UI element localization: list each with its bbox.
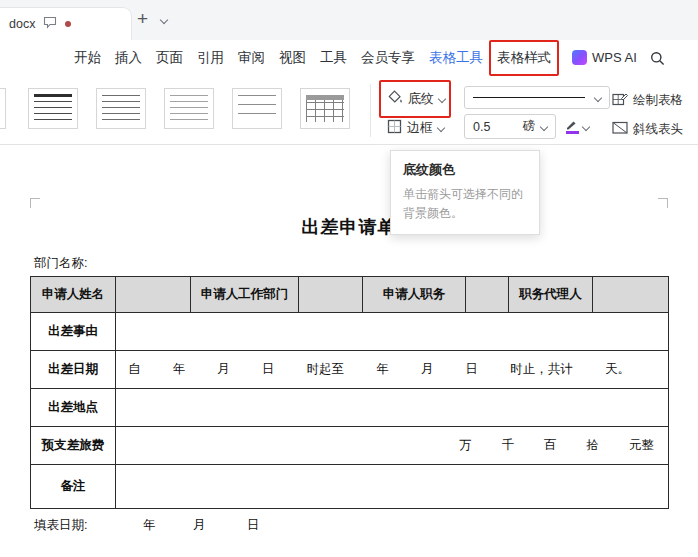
document-tab-title: docx	[9, 17, 35, 31]
line-color-swatch	[566, 131, 579, 134]
document-canvas[interactable]: 出差申请单 部门名称: 申请人姓名 申请人工作部门 申请人职务 职务代理人	[0, 145, 698, 557]
header-cell-applicant-name[interactable]: 申请人姓名	[31, 277, 116, 313]
row-label-expense: 预支差旅费	[31, 427, 116, 465]
line-color-button[interactable]	[566, 115, 589, 139]
shading-chevron-icon	[438, 95, 446, 103]
table-style-pattern	[34, 95, 72, 122]
comment-icon	[43, 16, 57, 32]
draw-table-label: 绘制表格	[633, 92, 683, 109]
table-style-pattern	[102, 95, 140, 122]
border-icon	[387, 119, 402, 137]
input-cell-reason[interactable]	[116, 313, 669, 351]
row-label-reason: 出差事由	[31, 313, 116, 351]
table-style-preset-1[interactable]	[28, 88, 78, 129]
form-text: 万	[459, 437, 472, 454]
form-text: 日	[247, 518, 260, 532]
input-cell[interactable]	[466, 277, 509, 313]
line-style-dropdown[interactable]	[464, 86, 610, 109]
tooltip-title: 底纹颜色	[403, 161, 527, 179]
table-style-pattern	[306, 95, 344, 122]
wps-ai-label: WPS AI	[592, 50, 637, 65]
menu-item-table-tools[interactable]: 表格工具	[429, 49, 483, 67]
form-text: 年	[376, 361, 389, 378]
form-text: 月	[193, 518, 206, 532]
diagonal-header-button[interactable]: 斜线表头	[612, 117, 683, 141]
menu-item-insert[interactable]: 插入	[115, 49, 142, 67]
shading-tooltip: 底纹颜色 单击箭头可选择不同的背景颜色。	[390, 150, 540, 235]
document-title: 出差申请单	[0, 215, 698, 239]
input-cell-remarks[interactable]	[116, 465, 669, 509]
search-button[interactable]	[650, 51, 665, 69]
form-text: 天。	[605, 361, 630, 378]
header-cell-deputy[interactable]: 职务代理人	[509, 277, 593, 313]
row-label-location: 出差地点	[31, 389, 116, 427]
table-row-location: 出差地点	[31, 389, 669, 427]
expense-tokens: 万 千 百 拾 元整	[118, 437, 666, 454]
row-label-remarks: 备注	[31, 465, 116, 509]
border-chevron-icon	[437, 124, 445, 132]
table-style-preset-4[interactable]	[232, 88, 282, 129]
diagonal-header-label: 斜线表头	[633, 121, 683, 138]
toolbar-separator	[370, 84, 371, 137]
form-text: 时起至	[307, 361, 345, 378]
header-cell-department[interactable]: 申请人工作部门	[191, 277, 299, 313]
form-text: 百	[544, 437, 557, 454]
table-style-preset-2[interactable]	[96, 88, 146, 129]
menu-item-view[interactable]: 视图	[279, 49, 306, 67]
line-color-pen-icon	[566, 120, 579, 134]
input-cell-date[interactable]: 自 年 月 日 时起至 年 月 日 时止，共计 天。	[116, 351, 669, 389]
fill-date-label: 填表日期:	[34, 518, 87, 532]
tab-list-chevron-icon[interactable]	[160, 16, 168, 24]
line-color-chevron-icon	[582, 123, 590, 131]
wps-ai-icon	[572, 50, 587, 65]
table-style-preset-5[interactable]	[300, 88, 350, 129]
table-style-preset-3[interactable]	[164, 88, 214, 129]
menu-item-reference[interactable]: 引用	[197, 49, 224, 67]
shading-icon	[387, 90, 403, 108]
form-text: 时止，共计	[510, 361, 573, 378]
line-style-sample-icon	[473, 97, 585, 98]
form-text: 日	[262, 361, 275, 378]
input-cell-expense[interactable]: 万 千 百 拾 元整	[116, 427, 669, 465]
form-text: 月	[217, 361, 230, 378]
line-style-chevron-icon	[594, 93, 602, 101]
border-label: 边框	[407, 119, 433, 137]
draw-table-button[interactable]: 绘制表格	[612, 88, 683, 112]
input-cell-location[interactable]	[116, 389, 669, 427]
menu-bar: 开始 插入 页面 引用 审阅 视图 工具 会员专享 表格工具 表格样式 WPS …	[0, 40, 698, 76]
trip-form-table: 申请人姓名 申请人工作部门 申请人职务 职务代理人 出差事由 出差日期	[30, 276, 669, 509]
line-weight-dropdown[interactable]: 0.5 磅	[464, 114, 556, 139]
form-text: 元整	[629, 437, 654, 454]
table-style-preset-0[interactable]	[0, 88, 6, 129]
form-text: 自	[128, 361, 141, 378]
ribbon-toolbar: 底纹 边框 0.5 磅	[0, 76, 698, 145]
form-text: 拾	[587, 437, 600, 454]
menu-item-member[interactable]: 会员专享	[361, 49, 415, 67]
menu-item-start[interactable]: 开始	[74, 49, 101, 67]
menu-item-review[interactable]: 审阅	[238, 49, 265, 67]
department-label: 部门名称:	[34, 255, 87, 272]
input-cell[interactable]	[593, 277, 669, 313]
menu-item-table-style[interactable]: 表格样式	[497, 49, 551, 67]
input-cell[interactable]	[116, 277, 191, 313]
margin-mark-left-icon	[30, 198, 40, 208]
table-style-pattern	[170, 95, 208, 122]
border-button[interactable]: 边框	[387, 116, 444, 140]
shading-button[interactable]: 底纹	[387, 87, 445, 111]
table-style-pattern	[238, 95, 276, 122]
unsaved-dot-icon	[65, 21, 71, 27]
menu-item-wps-ai[interactable]: WPS AI	[572, 50, 637, 65]
tab-bar: docx +	[0, 0, 698, 40]
input-cell[interactable]	[299, 277, 363, 313]
menu-item-tools[interactable]: 工具	[320, 49, 347, 67]
menu-item-page[interactable]: 页面	[156, 49, 183, 67]
form-text: 日	[466, 361, 479, 378]
new-tab-button[interactable]: +	[137, 8, 148, 30]
table-row-expense: 预支差旅费 万 千 百 拾 元整	[31, 427, 669, 465]
header-cell-position[interactable]: 申请人职务	[363, 277, 466, 313]
document-tab[interactable]: docx	[0, 7, 132, 40]
search-icon	[650, 51, 665, 66]
form-text: 月	[421, 361, 434, 378]
form-text: 年	[173, 361, 186, 378]
table-row-date: 出差日期 自 年 月 日 时起至 年 月 日 时止，共计 天。	[31, 351, 669, 389]
